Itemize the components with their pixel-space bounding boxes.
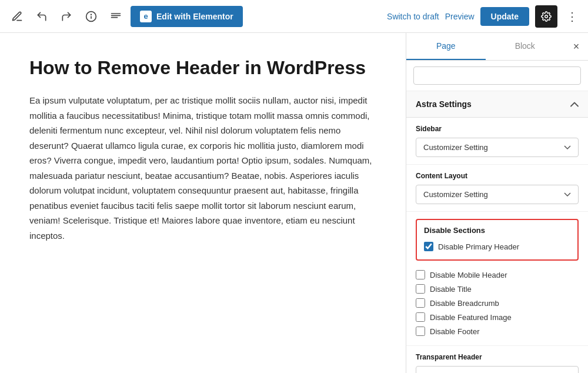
checkbox-disable-title-label: Disable Title bbox=[430, 285, 472, 294]
svg-point-6 bbox=[545, 15, 548, 18]
checkbox-disable-breadcrumb[interactable]: Disable Breadcrumb bbox=[416, 296, 579, 310]
update-button[interactable]: Update bbox=[480, 7, 529, 26]
checkbox-disable-title[interactable]: Disable Title bbox=[416, 282, 579, 296]
checkbox-disable-breadcrumb-label: Disable Breadcrumb bbox=[430, 299, 499, 308]
checkbox-disable-footer[interactable]: Disable Footer bbox=[416, 324, 579, 338]
transparent-header-group: Transparent Header Customizer Setting bbox=[406, 345, 588, 373]
checkbox-disable-featured-image-input[interactable] bbox=[416, 312, 425, 322]
toolbar-right: Switch to draft Preview Update ⋮ bbox=[387, 5, 581, 28]
disable-sections-box: Disable Sections Disable Primary Header bbox=[416, 219, 579, 261]
content-layout-select[interactable]: Customizer Setting bbox=[416, 185, 579, 204]
checkbox-disable-primary-header-label: Disable Primary Header bbox=[438, 242, 519, 251]
transparent-header-select[interactable]: Customizer Setting bbox=[416, 366, 579, 373]
edit-elementor-label: Edit with Elementor bbox=[156, 12, 233, 21]
tab-page[interactable]: Page bbox=[406, 33, 486, 60]
article-title: How to Remove Header in WordPress bbox=[29, 56, 376, 79]
panel-content: Astra Settings Sidebar Customizer Settin… bbox=[406, 61, 588, 373]
content-area: How to Remove Header in WordPress Ea ips… bbox=[0, 33, 406, 373]
astra-settings-title: Astra Settings bbox=[416, 99, 472, 109]
disable-sections-title: Disable Sections bbox=[424, 226, 570, 235]
checkbox-disable-featured-image[interactable]: Disable Featured Image bbox=[416, 310, 579, 324]
sidebar-panel: Page Block × Astra Settings bbox=[406, 33, 588, 373]
edit-elementor-button[interactable]: e Edit with Elementor bbox=[131, 6, 243, 27]
panel-search-input[interactable] bbox=[413, 66, 581, 85]
astra-settings-header: Astra Settings bbox=[406, 91, 588, 118]
checkbox-disable-footer-input[interactable] bbox=[416, 327, 425, 336]
content-layout-label: Content Layout bbox=[416, 172, 579, 180]
sidebar-setting-group: Sidebar Customizer Setting bbox=[406, 118, 588, 165]
checkbox-rows-outside: Disable Mobile Header Disable Title Disa… bbox=[406, 268, 588, 345]
structure-button[interactable] bbox=[106, 6, 126, 26]
sidebar-label: Sidebar bbox=[416, 125, 579, 133]
switch-draft-button[interactable]: Switch to draft bbox=[387, 12, 439, 21]
pencil-icon-btn[interactable] bbox=[7, 6, 27, 26]
redo-button[interactable] bbox=[56, 6, 76, 26]
more-options-button[interactable]: ⋮ bbox=[563, 8, 581, 25]
tab-block[interactable]: Block bbox=[486, 33, 565, 60]
checkbox-disable-mobile-header-input[interactable] bbox=[416, 270, 425, 279]
content-layout-group: Content Layout Customizer Setting bbox=[406, 165, 588, 212]
toolbar-left: e Edit with Elementor bbox=[7, 6, 243, 27]
elementor-logo-icon: e bbox=[140, 11, 152, 22]
panel-close-button[interactable]: × bbox=[564, 33, 588, 60]
checkbox-disable-primary-header-input[interactable] bbox=[424, 242, 433, 251]
checkbox-disable-title-input[interactable] bbox=[416, 284, 425, 294]
checkbox-disable-primary-header[interactable]: Disable Primary Header bbox=[424, 239, 570, 254]
info-button[interactable] bbox=[81, 6, 101, 26]
toolbar: e Edit with Elementor Switch to draft Pr… bbox=[0, 0, 588, 33]
checkbox-disable-mobile-header[interactable]: Disable Mobile Header bbox=[416, 268, 579, 282]
checkbox-disable-breadcrumb-input[interactable] bbox=[416, 298, 425, 308]
panel-tabs: Page Block × bbox=[406, 33, 588, 61]
preview-button[interactable]: Preview bbox=[445, 12, 475, 21]
transparent-header-label: Transparent Header bbox=[416, 353, 579, 361]
settings-gear-button[interactable] bbox=[535, 5, 557, 28]
astra-collapse-button[interactable] bbox=[570, 101, 579, 107]
main-layout: How to Remove Header in WordPress Ea ips… bbox=[0, 33, 588, 373]
undo-button[interactable] bbox=[32, 6, 52, 26]
checkbox-disable-mobile-header-label: Disable Mobile Header bbox=[430, 271, 507, 279]
panel-search-row bbox=[406, 61, 588, 91]
checkbox-disable-footer-label: Disable Footer bbox=[430, 327, 480, 336]
checkbox-disable-featured-image-label: Disable Featured Image bbox=[430, 313, 512, 322]
article-body: Ea ipsum vulputate voluptatum, per ac tr… bbox=[29, 93, 376, 243]
sidebar-select[interactable]: Customizer Setting bbox=[416, 138, 579, 157]
